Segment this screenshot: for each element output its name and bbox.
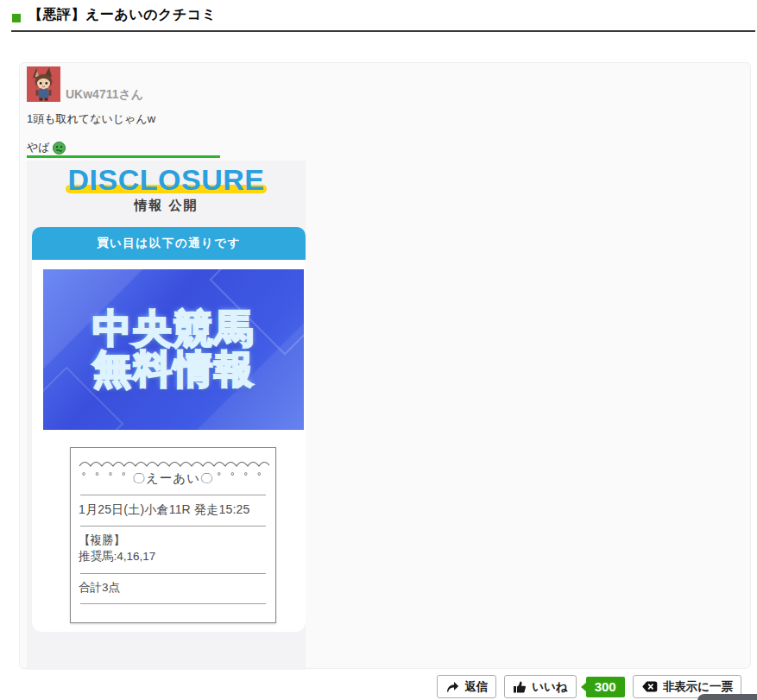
scroll-widget-partial[interactable] [697, 694, 757, 700]
ticket-title-line: ° ° ° °〇えーあい〇° ° ° ° [79, 470, 268, 487]
reply-arrow-icon [445, 680, 459, 694]
ticket-horses: 推奨馬:4,16,17 [79, 549, 268, 565]
promo-graphic: 中央競馬 無料情報 [43, 269, 304, 430]
bet-ticket: ° ° ° °〇えーあい〇° ° ° ° 1月25日(土)小倉11R 発走15:… [70, 447, 276, 623]
ticket-divider [80, 495, 266, 495]
green-square-bullet-icon [12, 14, 21, 22]
promo-header: DISCLOSURE 情報 公開 [27, 161, 306, 214]
scallop-divider [79, 459, 269, 467]
thumbs-up-icon [513, 680, 527, 694]
promo-subheadline: 情報 公開 [27, 198, 306, 214]
attached-promo-image[interactable]: DISCLOSURE 情報 公開 買い目は以下の通りです 中央競馬 無料情報 [27, 161, 306, 670]
ticket-divider [80, 573, 266, 574]
comment-action-bar: 返信 いいね 300 非表示に一票 [437, 675, 741, 698]
reply-button[interactable]: 返信 [437, 675, 496, 698]
promo-panel: 買い目は以下の通りです 中央競馬 無料情報 ° ° ° °〇えーあい〇° ° °… [32, 227, 306, 632]
graphic-title: 中央競馬 無料情報 [92, 309, 255, 390]
ticket-divider [80, 603, 266, 604]
comment-text: 1頭も取れてないじゃんw [27, 111, 155, 127]
comment-text-yaba: やば [27, 140, 50, 155]
page-title: 【悪評】えーあいのクチコミ [28, 6, 217, 24]
ticket-divider [80, 526, 266, 527]
ticket-bet-type: 【複勝】 [79, 533, 268, 549]
like-count-badge: 300 [586, 677, 625, 697]
remove-tag-icon [641, 680, 658, 693]
ticket-race-info: 1月25日(土)小倉11R 発走15:25 [79, 502, 268, 518]
ticket-total: 合計3点 [79, 580, 268, 596]
nauseated-face-emoji-icon [53, 142, 66, 155]
comment-text-line2: やば [27, 140, 66, 155]
green-underline-divider [27, 155, 220, 158]
comment-username: UKw4711さん [66, 87, 143, 103]
ticket-title: 〇えーあい〇 [132, 471, 213, 485]
review-card: UKw4711さん 1頭も取れてないじゃんw やば DISCLOSURE 情報 … [19, 62, 751, 669]
promo-headline: DISCLOSURE [68, 165, 265, 194]
avatar [27, 66, 60, 102]
like-button[interactable]: いいね [504, 675, 576, 698]
promo-banner: 買い目は以下の通りです [32, 227, 306, 260]
ticket-bet-info: 【複勝】 推奨馬:4,16,17 [79, 533, 268, 565]
header-divider [11, 30, 755, 32]
